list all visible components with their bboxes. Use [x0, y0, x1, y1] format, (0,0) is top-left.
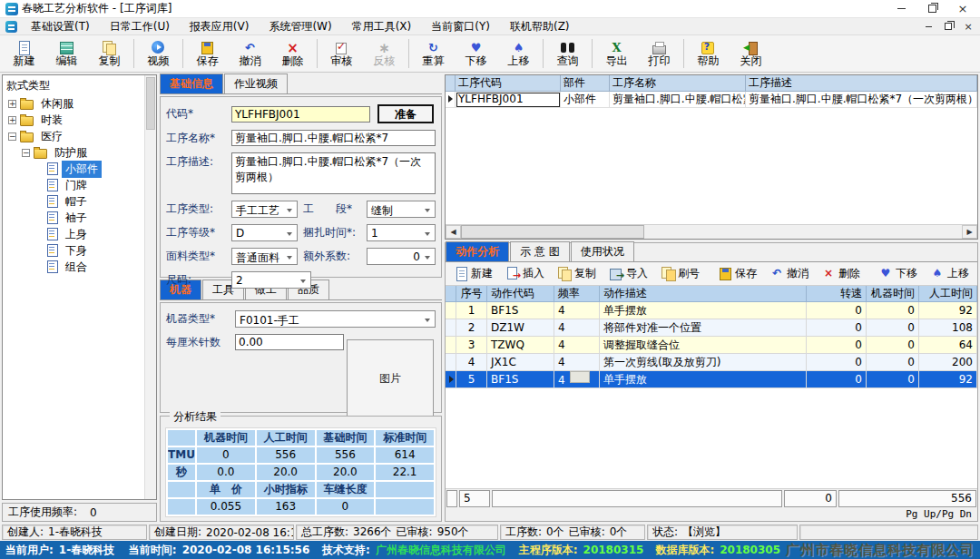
minimize-button[interactable] [886, 1, 916, 17]
act-insert-button[interactable]: 插入 [499, 263, 551, 284]
tree-scrollbar[interactable] [144, 75, 156, 499]
act-undo-button[interactable]: 撤消 [763, 263, 815, 284]
action-labor-time-cell[interactable]: 92 [919, 302, 977, 319]
menu-item-2[interactable]: 报表应用(V) [180, 18, 260, 34]
sidebar-item-门牌[interactable]: 门牌 [3, 177, 156, 193]
scroll-right-icon[interactable]: ▶ [962, 225, 977, 239]
part-cell[interactable]: 小部件 [561, 92, 610, 108]
sidebar-item-防护服[interactable]: −防护服 [3, 144, 156, 161]
recalc-button[interactable]: 重算 [412, 35, 455, 72]
expand-toggle-icon[interactable]: − [8, 132, 16, 141]
action-code-cell[interactable]: BF1S [487, 371, 554, 388]
action-desc-cell[interactable]: 单手摆放 [600, 302, 807, 319]
expand-toggle-icon[interactable]: + [8, 116, 16, 124]
process-name-input[interactable] [231, 130, 436, 146]
close-button[interactable]: 关闭 [730, 35, 772, 72]
sidebar-item-时装[interactable]: +时装 [3, 112, 156, 128]
tab-basic-info[interactable]: 基础信息 [160, 74, 223, 93]
action-labor-time-cell[interactable]: 200 [919, 354, 977, 371]
process-desc-textarea[interactable]: 剪量袖口.脚口.中腰.帽口松紧*7（一次剪两根） [231, 152, 436, 194]
help-button[interactable]: 帮助 [687, 35, 730, 72]
action-speed-cell[interactable]: 0 [807, 354, 867, 371]
horizontal-scrollbar[interactable]: ◀ ▶ [446, 224, 977, 239]
action-no-cell[interactable]: 2 [456, 319, 487, 337]
restore-button[interactable] [916, 1, 947, 17]
mdi-restore-button[interactable] [938, 20, 958, 34]
freq-inline-editor[interactable] [570, 371, 590, 383]
sidebar-item-帽子[interactable]: 帽子 [3, 193, 156, 210]
action-freq-cell[interactable]: 4 [554, 337, 600, 354]
action-no-cell[interactable]: 1 [456, 302, 487, 319]
process-type-select[interactable]: 手工工艺 [231, 201, 298, 218]
mdi-close-button[interactable]: × [958, 20, 978, 34]
scrollbar-track[interactable] [461, 225, 962, 239]
action-code-cell[interactable]: DZ1W [487, 319, 554, 337]
action-desc-cell[interactable]: 单手摆放 [600, 371, 807, 388]
sidebar-item-下身[interactable]: 下身 [3, 242, 156, 259]
menu-item-1[interactable]: 日常工作(U) [100, 18, 180, 34]
grade-select[interactable]: D [231, 224, 298, 241]
act-new-button[interactable]: 新建 [447, 263, 499, 284]
menu-item-6[interactable]: 联机帮助(Z) [500, 18, 580, 34]
action-freq-cell[interactable]: 4 [554, 319, 600, 337]
action-desc-cell[interactable]: 调整握取缝合位 [600, 337, 807, 354]
size-select[interactable]: 2 [231, 271, 311, 289]
sidebar-item-袖子[interactable]: 袖子 [3, 210, 156, 226]
action-speed-cell[interactable]: 0 [807, 371, 867, 388]
audit-button[interactable]: 审核 [320, 35, 363, 72]
action-speed-cell[interactable]: 0 [807, 337, 867, 354]
search-button[interactable]: 查询 [546, 35, 589, 72]
action-machine-time-cell[interactable]: 0 [867, 319, 919, 337]
action-speed-cell[interactable]: 0 [807, 319, 867, 337]
mdi-minimize-button[interactable] [918, 20, 938, 34]
action-machine-time-cell[interactable]: 0 [867, 302, 919, 319]
sidebar-item-医疗[interactable]: −医疗 [3, 128, 156, 144]
action-freq-cell[interactable]: 4 [554, 371, 600, 388]
act-copy-button[interactable]: 复制 [551, 263, 603, 284]
process-desc-cell[interactable]: 剪量袖口.脚口.中腰.帽口松紧*7（一次剪两根） [746, 92, 977, 108]
menu-item-0[interactable]: 基础设置(T) [21, 18, 100, 34]
edit-button[interactable]: 编辑 [45, 35, 88, 72]
action-code-cell[interactable]: TZWQ [487, 337, 554, 354]
stage-select[interactable]: 缝制 [367, 201, 436, 218]
action-machine-time-cell[interactable]: 0 [867, 354, 919, 371]
action-no-cell[interactable]: 3 [456, 337, 487, 354]
action-desc-cell[interactable]: 将部件对准一个位置 [600, 319, 807, 337]
save-button[interactable]: 保存 [186, 35, 229, 72]
action-labor-time-cell[interactable]: 108 [919, 319, 977, 337]
machine-type-select[interactable]: F0101-手工 [235, 310, 436, 328]
export-button[interactable]: 导出 [595, 35, 638, 72]
move-down-button[interactable]: 下移 [455, 35, 497, 72]
copy-button[interactable]: 复制 [88, 35, 131, 72]
tab-usage-status[interactable]: 使用状况 [571, 241, 634, 261]
code-input[interactable] [231, 106, 370, 123]
scrollbar-thumb[interactable] [461, 225, 644, 239]
tree-scrollbar-thumb[interactable] [146, 77, 155, 130]
action-machine-time-cell[interactable]: 0 [867, 371, 919, 388]
act-move-down-button[interactable]: 下移 [872, 263, 924, 284]
action-freq-cell[interactable]: 4 [554, 302, 600, 319]
fabric-type-select[interactable]: 普通面料 [231, 248, 298, 265]
action-code-cell[interactable]: BF1S [487, 302, 554, 319]
expand-toggle-icon[interactable]: − [22, 149, 30, 157]
sidebar-item-小部件[interactable]: 小部件 [3, 161, 156, 177]
prepare-button[interactable]: 准备 [377, 104, 434, 123]
bundle-time-select[interactable]: 1 [367, 224, 436, 241]
action-desc-cell[interactable]: 第一次剪线(取及放剪刀) [600, 354, 807, 371]
process-name-cell[interactable]: 剪量袖口.脚口.中腰.帽口松紧*7 [610, 92, 746, 108]
menu-item-3[interactable]: 系统管理(W) [259, 18, 341, 34]
action-machine-time-cell[interactable]: 0 [867, 337, 919, 354]
action-code-cell[interactable]: JX1C [487, 354, 554, 371]
delete-button[interactable]: 删除 [271, 35, 314, 72]
move-up-button[interactable]: 上移 [497, 35, 540, 72]
sidebar-item-组合[interactable]: 组合 [3, 259, 156, 275]
sidebar-item-休闲服[interactable]: +休闲服 [3, 95, 156, 112]
act-save-button[interactable]: 保存 [711, 263, 763, 284]
scroll-left-icon[interactable]: ◀ [446, 225, 461, 239]
expand-toggle-icon[interactable]: + [8, 100, 16, 108]
act-delete-button[interactable]: 删除 [815, 263, 867, 284]
action-freq-cell[interactable]: 4 [554, 354, 600, 371]
action-labor-time-cell[interactable]: 64 [919, 337, 977, 354]
new-button[interactable]: 新建 [3, 35, 45, 72]
extra-factor-select[interactable]: 0 [367, 248, 436, 265]
